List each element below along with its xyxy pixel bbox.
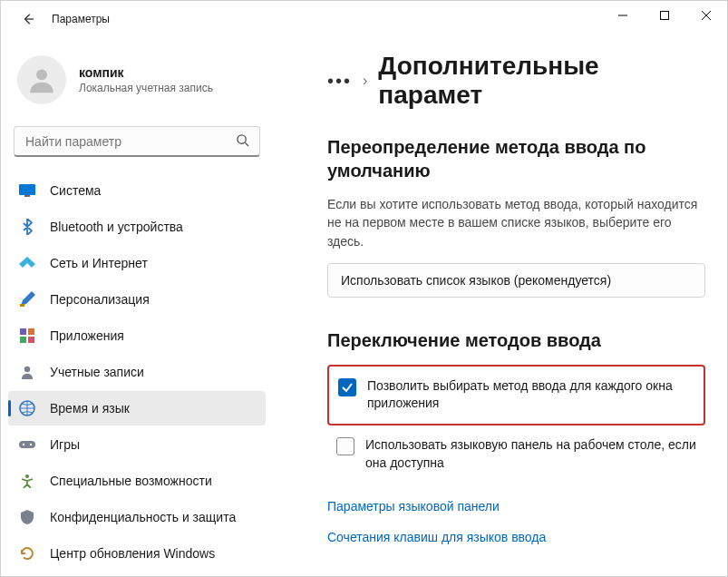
select-value: Использовать список языков (рекомендуетс…: [341, 273, 611, 288]
svg-rect-8: [24, 195, 30, 197]
section-heading-switching: Переключение методов ввода: [327, 328, 705, 352]
checkbox-label: Позволить выбирать метод ввода для каждо…: [367, 377, 694, 413]
back-button[interactable]: [19, 10, 37, 28]
display-icon: [19, 182, 35, 199]
apps-icon: [19, 328, 35, 344]
sidebar-item-gaming[interactable]: Игры: [8, 427, 266, 462]
sidebar-item-time-language[interactable]: Время и язык: [8, 391, 266, 425]
section-heading-override: Переопределение метода ввода по умолчани…: [327, 135, 705, 182]
svg-rect-7: [19, 184, 35, 195]
svg-rect-11: [28, 328, 34, 335]
chevron-right-icon: ›: [363, 73, 367, 89]
sidebar-item-label: Сеть и Интернет: [50, 256, 148, 270]
wifi-icon: [19, 255, 35, 271]
account-name: компик: [79, 65, 213, 80]
shield-icon: [19, 509, 35, 525]
minimize-button[interactable]: [602, 1, 644, 30]
input-method-select[interactable]: Использовать список языков (рекомендуетс…: [327, 263, 705, 298]
globe-clock-icon: [19, 400, 35, 416]
checkbox-language-bar[interactable]: [336, 437, 354, 455]
link-input-shortcuts[interactable]: Сочетания клавиш для языков ввода: [327, 530, 705, 544]
sidebar-item-personalization[interactable]: Персонализация: [8, 282, 266, 317]
link-language-bar-options[interactable]: Параметры языковой панели: [327, 499, 705, 513]
search-input[interactable]: [14, 126, 260, 157]
sidebar-item-label: Время и язык: [50, 401, 130, 416]
breadcrumb-more[interactable]: •••: [327, 71, 352, 92]
search-icon: [236, 133, 249, 150]
sidebar-item-label: Приложения: [50, 328, 124, 343]
sidebar-item-label: Учетные записи: [50, 365, 144, 379]
nav: Система Bluetooth и устройства Сеть и Ин…: [8, 173, 266, 571]
sidebar-item-apps[interactable]: Приложения: [8, 318, 266, 353]
settings-window: Параметры компик Локальная учетная запис…: [0, 0, 728, 577]
sidebar-item-accessibility[interactable]: Специальные возможности: [8, 464, 266, 498]
sidebar-item-privacy[interactable]: Конфиденциальность и защита: [8, 500, 266, 534]
arrow-left-icon: [22, 13, 34, 25]
close-button[interactable]: [685, 1, 727, 30]
titlebar: Параметры: [1, 1, 727, 37]
sidebar-item-label: Система: [50, 183, 101, 198]
breadcrumb: ••• › Дополнительные парамет: [327, 52, 705, 110]
checkbox-per-window[interactable]: [338, 378, 356, 396]
search-wrap: [14, 126, 260, 157]
page-title: Дополнительные парамет: [378, 52, 705, 110]
minimize-icon: [618, 11, 627, 20]
sidebar-item-windows-update[interactable]: Центр обновления Windows: [8, 536, 266, 571]
sidebar-item-label: Персонализация: [50, 292, 150, 307]
window-title: Параметры: [52, 13, 110, 25]
svg-point-19: [25, 474, 29, 478]
bluetooth-icon: [19, 219, 35, 235]
svg-rect-16: [19, 441, 35, 448]
checkbox-row-per-window: Позволить выбирать метод ввода для каждо…: [327, 365, 705, 425]
sidebar-item-label: Игры: [50, 437, 80, 452]
section-description: Если вы хотите использовать метод ввода,…: [327, 195, 705, 250]
maximize-button[interactable]: [644, 1, 685, 30]
links: Параметры языковой панели Сочетания клав…: [327, 499, 705, 544]
svg-point-17: [23, 444, 24, 445]
sidebar: компик Локальная учетная запись Система …: [1, 37, 273, 576]
sidebar-item-label: Центр обновления Windows: [50, 546, 215, 561]
account-subtitle: Локальная учетная запись: [79, 82, 213, 94]
svg-rect-13: [28, 337, 34, 343]
svg-point-5: [238, 135, 246, 143]
sidebar-item-bluetooth[interactable]: Bluetooth и устройства: [8, 210, 266, 244]
checkbox-label: Использовать языковую панель на рабочем …: [365, 436, 696, 472]
account-block[interactable]: компик Локальная учетная запись: [8, 37, 266, 126]
close-icon: [702, 11, 711, 20]
sidebar-item-label: Bluetooth и устройства: [50, 220, 183, 234]
gamepad-icon: [19, 436, 35, 453]
window-controls: [602, 1, 727, 30]
svg-rect-12: [20, 337, 26, 343]
content: ••• › Дополнительные парамет Переопредел…: [273, 37, 727, 576]
person-icon: [19, 364, 35, 380]
svg-rect-9: [20, 304, 24, 307]
svg-point-18: [30, 444, 32, 445]
paintbrush-icon: [19, 291, 35, 308]
svg-point-4: [36, 69, 47, 80]
svg-rect-1: [661, 12, 669, 20]
update-icon: [19, 545, 35, 562]
sidebar-item-label: Специальные возможности: [50, 474, 212, 488]
maximize-icon: [660, 11, 669, 20]
sidebar-item-accounts[interactable]: Учетные записи: [8, 355, 266, 389]
check-icon: [341, 381, 354, 394]
accessibility-icon: [19, 473, 35, 489]
svg-point-14: [24, 367, 30, 372]
sidebar-item-network[interactable]: Сеть и Интернет: [8, 246, 266, 280]
sidebar-item-system[interactable]: Система: [8, 173, 266, 208]
svg-rect-10: [20, 328, 26, 335]
avatar: [17, 55, 66, 104]
svg-line-6: [245, 142, 248, 146]
sidebar-item-label: Конфиденциальность и защита: [50, 510, 236, 524]
checkbox-row-langbar: Использовать языковую панель на рабочем …: [327, 425, 705, 483]
person-icon: [26, 64, 57, 95]
